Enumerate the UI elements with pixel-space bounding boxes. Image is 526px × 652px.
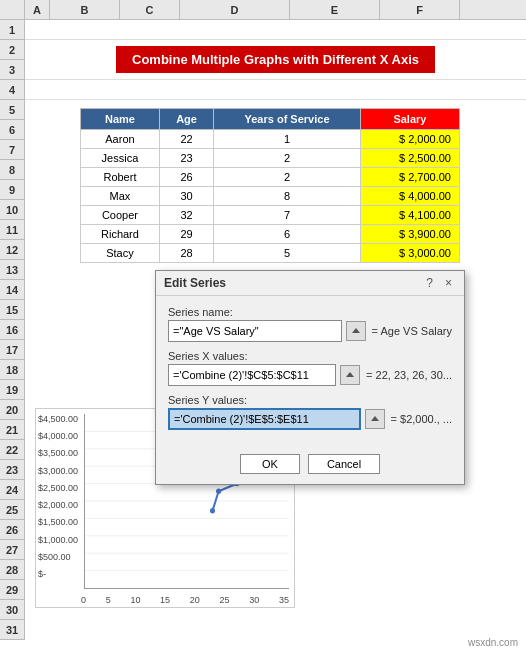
cell-years: 8 <box>214 187 361 206</box>
row-header-29: 29 <box>0 580 24 600</box>
row-header-28: 28 <box>0 560 24 580</box>
row-header-14: 14 <box>0 280 24 300</box>
row-header-16: 16 <box>0 320 24 340</box>
cell-salary: $ 4,000.00 <box>360 187 459 206</box>
row-headers: 1 2 3 4 5 6 7 8 9 10 11 12 13 14 15 16 1… <box>0 20 25 640</box>
row-header-11: 11 <box>0 220 24 240</box>
column-headers: A B C D E F <box>0 0 526 20</box>
y-axis-label: $3,000.00 <box>38 466 78 476</box>
dialog-title: Edit Series <box>164 276 226 290</box>
series-y-expand-btn[interactable] <box>365 409 385 429</box>
y-axis-label: $2,000.00 <box>38 500 78 510</box>
cell-age: 22 <box>159 130 213 149</box>
svg-point-10 <box>216 488 221 493</box>
data-table: Name Age Years of Service Salary Aaron22… <box>80 108 460 263</box>
row-header-30: 30 <box>0 600 24 620</box>
series-name-preview: = Age VS Salary <box>372 325 452 337</box>
cell-name: Cooper <box>81 206 160 225</box>
col-header-years: Years of Service <box>214 109 361 130</box>
x-axis-label: 30 <box>249 595 259 605</box>
row-header-8: 8 <box>0 160 24 180</box>
cell-years: 7 <box>214 206 361 225</box>
row-header-9: 9 <box>0 180 24 200</box>
series-name-label: Series name: <box>168 306 452 318</box>
expand-icon-y <box>370 414 380 424</box>
row-header-22: 22 <box>0 440 24 460</box>
row-header-19: 19 <box>0 380 24 400</box>
row-header-5: 5 <box>0 100 24 120</box>
col-header-B: B <box>50 0 120 19</box>
dialog-help-button[interactable]: ? <box>422 276 437 290</box>
cell-age: 26 <box>159 168 213 187</box>
row-header-25: 25 <box>0 500 24 520</box>
row-header-17: 17 <box>0 340 24 360</box>
series-x-input-row: = 22, 23, 26, 30... <box>168 364 452 386</box>
row-header-20: 20 <box>0 400 24 420</box>
y-axis-label: $1,500.00 <box>38 517 78 527</box>
dialog-buttons: OK Cancel <box>156 448 464 484</box>
row-header-15: 15 <box>0 300 24 320</box>
row-header-1: 1 <box>0 20 24 40</box>
series-x-label: Series X values: <box>168 350 452 362</box>
series-name-field-row: Series name: = Age VS Salary <box>168 306 452 342</box>
y-axis-labels: $4,500.00$4,000.00$3,500.00$3,000.00$2,5… <box>38 414 78 579</box>
row-header-4: 4 <box>0 80 24 100</box>
cell-name: Robert <box>81 168 160 187</box>
series-x-preview: = 22, 23, 26, 30... <box>366 369 452 381</box>
svg-point-9 <box>210 508 215 513</box>
series-y-input-row: = $2,000., ... <box>168 408 452 430</box>
col-header-F: F <box>380 0 460 19</box>
cancel-button[interactable]: Cancel <box>308 454 380 474</box>
series-y-preview: = $2,000., ... <box>391 413 452 425</box>
y-axis-label: $- <box>38 569 78 579</box>
watermark: wsxdn.com <box>468 637 518 648</box>
row-header-6: 6 <box>0 120 24 140</box>
dialog-close-button[interactable]: × <box>441 276 456 290</box>
dialog-titlebar: Edit Series ? × <box>156 271 464 296</box>
title-text: Combine Multiple Graphs with Different X… <box>132 52 419 67</box>
row-header-7: 7 <box>0 140 24 160</box>
cell-salary: $ 2,000.00 <box>360 130 459 149</box>
x-axis-label: 15 <box>160 595 170 605</box>
y-axis-label: $4,500.00 <box>38 414 78 424</box>
x-axis-label: 25 <box>220 595 230 605</box>
y-axis-label: $500.00 <box>38 552 78 562</box>
data-table-container: Name Age Years of Service Salary Aaron22… <box>25 108 526 263</box>
table-row: Richard296$ 3,900.00 <box>81 225 460 244</box>
cell-years: 2 <box>214 168 361 187</box>
col-header-salary: Salary <box>360 109 459 130</box>
series-y-input[interactable] <box>168 408 361 430</box>
col-header-age: Age <box>159 109 213 130</box>
row-2-title: Combine Multiple Graphs with Different X… <box>25 40 526 80</box>
expand-icon <box>351 326 361 336</box>
svg-marker-17 <box>346 372 354 377</box>
row-header-18: 18 <box>0 360 24 380</box>
x-axis-label: 5 <box>106 595 111 605</box>
y-axis-label: $2,500.00 <box>38 483 78 493</box>
series-x-expand-btn[interactable] <box>340 365 360 385</box>
expand-icon-x <box>345 370 355 380</box>
col-header-C: C <box>120 0 180 19</box>
cell-salary: $ 2,500.00 <box>360 149 459 168</box>
table-row: Cooper327$ 4,100.00 <box>81 206 460 225</box>
y-axis-label: $1,000.00 <box>38 535 78 545</box>
row-header-2: 2 <box>0 40 24 60</box>
cell-name: Aaron <box>81 130 160 149</box>
row-1 <box>25 20 526 40</box>
series-name-expand-btn[interactable] <box>346 321 366 341</box>
x-axis-label: 10 <box>130 595 140 605</box>
y-axis-label: $3,500.00 <box>38 448 78 458</box>
x-axis-labels: 05101520253035 <box>81 595 289 605</box>
series-x-input[interactable] <box>168 364 336 386</box>
dialog-body: Series name: = Age VS Salary Series X va… <box>156 296 464 448</box>
row-header-21: 21 <box>0 420 24 440</box>
series-y-label: Series Y values: <box>168 394 452 406</box>
row-header-12: 12 <box>0 240 24 260</box>
ok-button[interactable]: OK <box>240 454 300 474</box>
cell-age: 30 <box>159 187 213 206</box>
series-name-input[interactable] <box>168 320 342 342</box>
cell-salary: $ 3,900.00 <box>360 225 459 244</box>
x-axis-label: 0 <box>81 595 86 605</box>
row-header-13: 13 <box>0 260 24 280</box>
cell-name: Jessica <box>81 149 160 168</box>
